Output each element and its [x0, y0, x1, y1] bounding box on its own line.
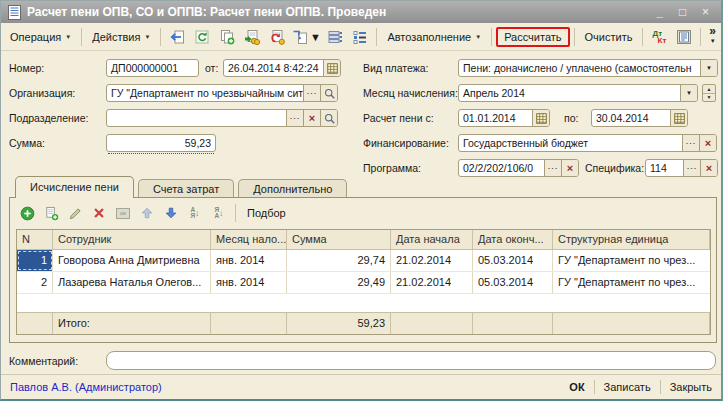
- comment-label: Комментарий:: [9, 355, 78, 367]
- cell-sum[interactable]: 29,49: [287, 272, 391, 293]
- payment-type-label: Вид платежа:: [363, 62, 429, 74]
- ok-button[interactable]: ОК: [569, 381, 584, 393]
- search-button[interactable]: [320, 85, 337, 101]
- comment-input[interactable]: [106, 351, 716, 370]
- toolbar-overflow-button[interactable]: » ▼: [709, 26, 716, 46]
- doc-date-field[interactable]: 26.04.2014 8:42:24: [223, 59, 341, 77]
- edit-row-button[interactable]: [64, 203, 86, 223]
- calendar-icon: [327, 63, 338, 74]
- financing-field[interactable]: Государственный бюджет ... ×: [458, 134, 717, 152]
- ellipsis-button[interactable]: ...: [682, 135, 699, 151]
- column-header[interactable]: Сумма: [287, 230, 391, 249]
- document-movements-button[interactable]: [323, 26, 347, 48]
- specifics-field[interactable]: 114 ... ×: [645, 159, 718, 177]
- actions-menu-button[interactable]: Действия ▼: [86, 28, 156, 46]
- clear-button[interactable]: Очистить: [579, 28, 639, 46]
- calendar-button[interactable]: [532, 110, 549, 126]
- ellipsis-button[interactable]: ...: [683, 160, 700, 176]
- delete-row-button[interactable]: [88, 203, 110, 223]
- list-settings-button[interactable]: [348, 26, 372, 48]
- operation-menu-button[interactable]: Операция ▼: [4, 28, 77, 46]
- program-field[interactable]: 02/2/202/106/0 ... ×: [458, 159, 579, 177]
- cell-date-end[interactable]: 05.03.2014: [473, 272, 553, 293]
- table-row[interactable]: 2 Лазарева Наталья Олегов... янв. 2014 2…: [17, 272, 710, 294]
- penalty-from-field[interactable]: 01.01.2014: [458, 109, 550, 127]
- copy-row-button[interactable]: [40, 203, 62, 223]
- sort-az-icon: АЯ ↓: [190, 207, 199, 220]
- cell-number[interactable]: 2: [17, 272, 53, 293]
- post-document-button[interactable]: [240, 26, 264, 48]
- copy-document-button[interactable]: [215, 26, 239, 48]
- calendar-button[interactable]: [670, 110, 687, 126]
- cell-structural-unit[interactable]: ГУ "Департамент по чрез...: [553, 250, 710, 271]
- cell-structural-unit[interactable]: ГУ "Департамент по чрез...: [553, 272, 710, 293]
- calendar-button[interactable]: [323, 60, 340, 76]
- cell-date-end[interactable]: 05.03.2014: [473, 250, 553, 271]
- pick-button[interactable]: Подбор: [241, 203, 292, 223]
- end-edit-button[interactable]: ок: [112, 203, 134, 223]
- dropdown-button[interactable]: ▼: [700, 60, 717, 76]
- column-header[interactable]: Структурная единица: [553, 230, 710, 249]
- window-title: Расчет пени ОПВ, СО и ОППВ: Расчет пени …: [27, 5, 645, 19]
- cell-sum[interactable]: 29,74: [287, 250, 391, 271]
- ellipsis-button[interactable]: ...: [286, 110, 303, 126]
- department-field[interactable]: ... ×: [106, 109, 338, 127]
- refresh-button[interactable]: [190, 26, 214, 48]
- tab-penalty-calculation[interactable]: Исчисление пени: [15, 176, 134, 198]
- copy-document-icon: [219, 29, 235, 45]
- column-header[interactable]: Дата оконч...: [473, 230, 553, 249]
- organization-field[interactable]: ГУ "Департамент по чрезвычайным сит ...: [106, 84, 338, 102]
- spin-up-icon[interactable]: ▲: [703, 85, 715, 94]
- cell-employee[interactable]: Говорова Анна Дмитриевна: [53, 250, 211, 271]
- column-header[interactable]: Сотрудник: [53, 230, 211, 249]
- tab-expense-accounts[interactable]: Счета затрат: [138, 179, 234, 198]
- column-header[interactable]: N: [17, 230, 53, 249]
- clear-x-button[interactable]: ×: [700, 160, 717, 176]
- unpost-document-button[interactable]: [265, 26, 289, 48]
- clear-x-button[interactable]: ×: [699, 135, 716, 151]
- column-header[interactable]: Месяц нало...: [211, 230, 287, 249]
- reread-document-button[interactable]: [165, 26, 189, 48]
- penalty-to-field[interactable]: 30.04.2014: [591, 109, 688, 127]
- table-row[interactable]: 1 Говорова Анна Дмитриевна янв. 2014 29,…: [17, 250, 710, 272]
- penalty-from-label: Расчет пени с:: [363, 112, 434, 124]
- unpost-document-icon: [269, 29, 285, 45]
- cell-employee[interactable]: Лазарева Наталья Олегов...: [53, 272, 211, 293]
- spin-down-icon[interactable]: ▼: [703, 94, 715, 102]
- cell-tax-month[interactable]: янв. 2014: [211, 272, 287, 293]
- clear-x-button[interactable]: ×: [303, 110, 320, 126]
- dtkt-button[interactable]: Дт Кт: [647, 26, 671, 48]
- ellipsis-button[interactable]: ...: [303, 85, 320, 101]
- minimize-button[interactable]: _: [651, 5, 668, 19]
- tab-additional[interactable]: Дополнительно: [238, 179, 347, 198]
- movements-list-icon: [327, 29, 343, 45]
- dropdown-button[interactable]: ▼: [680, 85, 697, 101]
- sort-ascending-button[interactable]: АЯ ↓: [184, 203, 206, 223]
- cell-tax-month[interactable]: янв. 2014: [211, 250, 287, 271]
- payment-type-select[interactable]: Пени: доначислено / уплачено (самостояте…: [458, 59, 718, 77]
- move-down-button[interactable]: [160, 203, 182, 223]
- ellipsis-button[interactable]: ...: [544, 160, 561, 176]
- sort-descending-button[interactable]: ЯА ↓: [208, 203, 230, 223]
- move-up-button[interactable]: [136, 203, 158, 223]
- number-field[interactable]: ДП000000001: [106, 59, 199, 77]
- month-spinner[interactable]: ▲ ▼: [702, 84, 716, 102]
- close-form-button[interactable]: Закрыть: [670, 381, 712, 393]
- close-button[interactable]: ×: [697, 5, 714, 19]
- maximize-button[interactable]: □: [674, 5, 691, 19]
- journal-button[interactable]: [672, 26, 696, 48]
- calculate-button[interactable]: Рассчитать: [496, 27, 569, 47]
- penalty-to-label: по:: [564, 112, 578, 124]
- selected-cell[interactable]: 1: [17, 250, 53, 271]
- accrual-month-select[interactable]: Апрель 2014 ▼: [458, 84, 698, 102]
- create-based-on-button[interactable]: ▼: [290, 26, 322, 48]
- search-button[interactable]: [320, 110, 337, 126]
- add-row-button[interactable]: [16, 203, 38, 223]
- cell-date-start[interactable]: 21.02.2014: [391, 250, 473, 271]
- column-header[interactable]: Дата начала: [391, 230, 473, 249]
- save-button[interactable]: Записать: [604, 381, 651, 393]
- sum-field[interactable]: 59,23: [106, 134, 216, 152]
- autofill-menu-button[interactable]: Автозаполнение ▼: [381, 28, 487, 46]
- clear-x-button[interactable]: ×: [561, 160, 578, 176]
- cell-date-start[interactable]: 21.02.2014: [391, 272, 473, 293]
